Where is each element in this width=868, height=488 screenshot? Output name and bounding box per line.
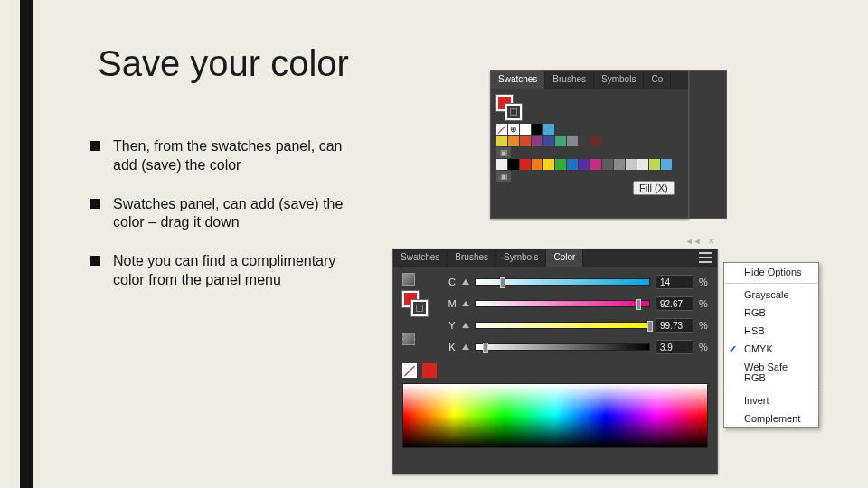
slider-track[interactable] — [475, 343, 650, 351]
bullet-text: Note you can find a complimentary color … — [113, 252, 353, 290]
slide-title: Save your color — [98, 43, 349, 84]
color-swatch[interactable] — [496, 136, 507, 146]
fill-stroke-indicator[interactable] — [496, 95, 522, 120]
menu-item-complement[interactable]: Complement — [724, 409, 818, 427]
menu-item-invert[interactable]: Invert — [724, 391, 818, 409]
menu-item-hide-options[interactable]: Hide Options — [724, 263, 818, 281]
color-swatch[interactable] — [567, 136, 578, 146]
color-swatch[interactable] — [590, 159, 601, 170]
menu-separator — [724, 389, 818, 389]
swatch-group-icon[interactable]: ▣ — [496, 171, 511, 182]
color-swatch[interactable] — [579, 136, 590, 146]
slide-accent-bar — [20, 0, 33, 488]
color-swatch[interactable] — [520, 136, 531, 146]
fill-stroke-indicator[interactable] — [402, 291, 428, 316]
slider-track[interactable] — [475, 322, 650, 329]
tab-color[interactable]: Color — [546, 249, 583, 267]
color-swatch[interactable] — [555, 136, 566, 146]
tab-swatches[interactable]: Swatches — [491, 71, 545, 89]
slider-knob[interactable] — [647, 321, 653, 332]
color-shortcut-row — [393, 360, 717, 380]
color-swatch[interactable] — [520, 124, 531, 135]
menu-item-grayscale[interactable]: Grayscale — [724, 286, 818, 304]
bullet-text: Then, from the swatches panel, can add (… — [113, 137, 353, 175]
channel-value[interactable]: 92.67 — [656, 296, 693, 311]
color-swatch[interactable] — [543, 136, 554, 146]
percent-label: % — [699, 277, 708, 287]
panel-dock-strip — [689, 70, 727, 219]
tab-symbols[interactable]: Symbols — [496, 249, 546, 267]
slider-m: M92.67% — [448, 296, 708, 311]
channel-value[interactable]: 3.9 — [656, 340, 693, 354]
color-swatch[interactable] — [661, 159, 672, 170]
color-swatch[interactable] — [567, 159, 578, 170]
tab-symbols[interactable]: Symbols — [594, 71, 644, 89]
percent-label: % — [699, 320, 708, 331]
slider-track[interactable] — [475, 300, 650, 307]
color-swatch[interactable] — [496, 159, 507, 170]
color-swatch[interactable] — [614, 159, 625, 170]
slider-c: C14% — [448, 275, 708, 289]
bullet-marker — [90, 256, 100, 266]
tab-brushes[interactable]: Brushes — [545, 71, 594, 89]
cmyk-sliders: C14%M92.67%Y99.73%K3.9% — [448, 273, 708, 354]
cube-icon[interactable] — [402, 273, 415, 286]
swatches-panel: SwatchesBrushesSymbolsCo ⊕▣▣ — [490, 70, 689, 219]
color-panel-left-tools — [402, 273, 435, 354]
swatch-grid: ⊕▣▣ — [496, 124, 683, 182]
bullet-marker — [90, 199, 100, 209]
channel-label: K — [448, 342, 457, 352]
slider-k: K3.9% — [448, 340, 708, 354]
menu-item-cmyk[interactable]: CMYK — [724, 340, 818, 358]
color-swatch[interactable] — [532, 124, 542, 135]
tab-co[interactable]: Co — [644, 71, 671, 89]
swatches-tabs: SwatchesBrushesSymbolsCo — [491, 71, 688, 89]
slider-track[interactable] — [475, 278, 650, 286]
color-swatch[interactable] — [590, 136, 601, 146]
swatch-group-icon[interactable]: ▣ — [496, 147, 511, 158]
panel-collapse-controls[interactable]: ◄◄ ✕ — [685, 237, 715, 246]
color-swatch[interactable] — [543, 159, 554, 170]
slider-knob[interactable] — [483, 343, 488, 353]
color-panel-tabs: SwatchesBrushesSymbolsColor — [393, 249, 717, 267]
slider-knob[interactable] — [500, 277, 505, 288]
slider-knob[interactable] — [636, 299, 641, 310]
menu-item-hsb[interactable]: HSB — [724, 322, 818, 340]
percent-label: % — [699, 298, 708, 309]
registration-swatch[interactable]: ⊕ — [508, 124, 519, 135]
menu-item-web-safe-rgb[interactable]: Web Safe RGB — [724, 358, 818, 387]
color-swatch[interactable] — [579, 159, 590, 170]
swatch-row — [496, 136, 683, 146]
color-swatch[interactable] — [543, 124, 554, 135]
tab-swatches[interactable]: Swatches — [393, 249, 448, 267]
panel-menu-icon[interactable] — [699, 252, 712, 263]
channel-value[interactable]: 99.73 — [656, 318, 693, 333]
swatch-row: ⊕ — [496, 124, 683, 135]
color-swatch[interactable] — [649, 159, 660, 170]
none-swatch[interactable] — [402, 363, 417, 378]
color-swatch[interactable] — [626, 159, 637, 170]
bullet-marker — [90, 141, 100, 151]
color-swatch[interactable] — [555, 159, 566, 170]
cube-icon[interactable] — [402, 333, 415, 345]
none-swatch[interactable] — [496, 124, 507, 135]
stroke-chip[interactable] — [411, 300, 428, 316]
menu-separator — [724, 283, 818, 284]
stroke-chip[interactable] — [505, 104, 522, 120]
color-swatch[interactable] — [532, 159, 542, 170]
color-swatch[interactable] — [508, 136, 519, 146]
color-swatch[interactable] — [520, 159, 531, 170]
tab-brushes[interactable]: Brushes — [448, 249, 496, 267]
color-swatch[interactable] — [637, 159, 648, 170]
swatch-row: ▣ — [496, 147, 683, 158]
slider-arrow-icon — [462, 344, 469, 350]
bullet-item: Note you can find a complimentary color … — [90, 252, 353, 290]
channel-value[interactable]: 14 — [656, 275, 693, 289]
last-color-swatch[interactable] — [422, 363, 437, 378]
color-swatch[interactable] — [508, 159, 519, 170]
color-swatch[interactable] — [602, 159, 613, 170]
color-swatch[interactable] — [532, 136, 542, 146]
color-spectrum[interactable] — [402, 383, 708, 448]
color-panel-flyout-menu: Hide OptionsGrayscaleRGBHSBCMYKWeb Safe … — [723, 262, 819, 428]
menu-item-rgb[interactable]: RGB — [724, 304, 818, 322]
